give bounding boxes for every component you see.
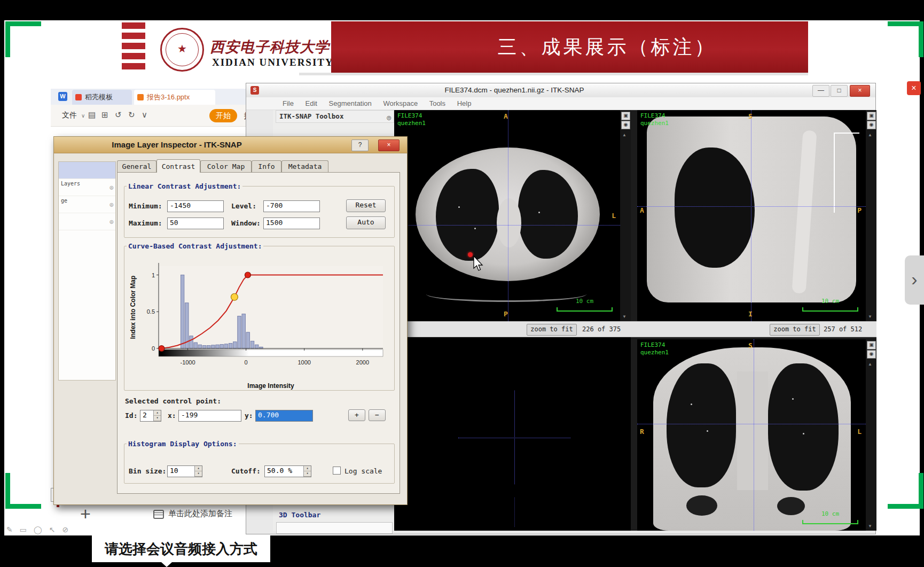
menu-file[interactable]: File: [283, 99, 294, 107]
tab-color-map[interactable]: Color Map: [200, 160, 252, 172]
x-input[interactable]: -199: [178, 410, 241, 422]
close-button[interactable]: ×: [850, 85, 870, 97]
maximum-input[interactable]: 50: [167, 218, 224, 229]
level-input[interactable]: -700: [263, 200, 320, 212]
tab-metadata[interactable]: Metadata: [281, 160, 328, 172]
spin-down-icon[interactable]: ▾: [304, 471, 311, 477]
tab-docer-template[interactable]: 稻壳模板: [72, 90, 132, 105]
redo-icon[interactable]: ↻: [128, 110, 135, 120]
id-spinner[interactable]: 2 ▴▾: [140, 410, 161, 422]
scroll-up-icon[interactable]: ▲: [622, 133, 627, 137]
spin-up-icon[interactable]: ▴: [154, 410, 161, 416]
minimize-button[interactable]: —: [812, 85, 829, 97]
spin-down-icon[interactable]: ▾: [195, 471, 202, 477]
tab-general[interactable]: General: [117, 160, 156, 172]
spin-up-icon[interactable]: ▴: [195, 466, 202, 471]
help-button[interactable]: ?: [351, 139, 369, 151]
scale-label: 10 cm: [802, 510, 858, 517]
vessel-dot: [458, 206, 460, 208]
wps-app-icon[interactable]: W: [58, 92, 67, 101]
pencil-icon[interactable]: ✎: [6, 525, 13, 534]
next-panel-chevron[interactable]: ›: [905, 255, 924, 305]
layout-icon[interactable]: ▣: [867, 341, 876, 349]
layer-list[interactable]: Layers ◎ ge ◎ ◎: [58, 161, 116, 380]
minimum-input[interactable]: -1450: [167, 200, 224, 212]
scroll-up-icon[interactable]: ▲: [868, 362, 872, 367]
cutoff-spinner[interactable]: 50.0 % ▴▾: [264, 465, 311, 477]
zoom-to-fit-button[interactable]: zoom to fit: [527, 324, 577, 336]
ellipse-icon[interactable]: ◯: [34, 525, 42, 534]
scroll-down-icon[interactable]: ▼: [868, 314, 872, 319]
svg-text:2000: 2000: [356, 359, 369, 366]
zoom-to-fit-button[interactable]: zoom to fit: [770, 324, 820, 336]
new-slide-button[interactable]: +: [80, 503, 91, 524]
layer-radio-icon[interactable]: ◎: [109, 218, 113, 225]
auto-button[interactable]: Auto: [346, 216, 386, 229]
camera-icon[interactable]: ◉: [867, 121, 876, 129]
pointer-icon[interactable]: ↖: [49, 525, 56, 534]
menu-segmentation[interactable]: Segmentation: [329, 99, 372, 107]
window-input[interactable]: 1500: [263, 218, 320, 229]
tab-contrast[interactable]: Contrast: [156, 159, 200, 173]
spinner-arrows[interactable]: ▴▾: [153, 410, 161, 421]
sagittal-view[interactable]: FILE374 quezhen1 S A P I 10 cm: [637, 110, 866, 321]
maximize-button[interactable]: □: [831, 85, 848, 97]
scroll-down-icon[interactable]: ▼: [868, 524, 872, 529]
add-control-point-button[interactable]: +: [348, 409, 365, 421]
camera-icon[interactable]: ◉: [867, 350, 876, 359]
axial-view[interactable]: FILE374 quezhen1 A L P 10 cm: [394, 110, 620, 321]
add-notes-area[interactable]: 单击此处添加备注: [153, 509, 232, 521]
menu-edit[interactable]: Edit: [306, 99, 317, 107]
menu-workspace[interactable]: Workspace: [383, 99, 418, 107]
bin-size-value: 10: [170, 467, 178, 475]
layout-icon[interactable]: ▣: [621, 112, 630, 120]
coronal-view[interactable]: FILE374 quezhen1 S R L 10 cm: [637, 339, 866, 531]
log-scale-checkbox[interactable]: [333, 467, 341, 475]
audio-prompt-tooltip[interactable]: 请选择会议音频接入方式: [92, 535, 270, 562]
vessel-dot: [803, 433, 804, 434]
menu-help[interactable]: Help: [457, 99, 472, 107]
bin-size-spinner[interactable]: 10 ▴▾: [167, 465, 202, 477]
spin-up-icon[interactable]: ▴: [304, 466, 311, 471]
close-button[interactable]: ×: [378, 139, 400, 151]
screen-close-button[interactable]: ×: [907, 81, 921, 95]
id-label: Id:: [125, 411, 137, 420]
undo-icon[interactable]: ↺: [115, 110, 122, 120]
crosshair-tool-icon[interactable]: ◎: [387, 112, 391, 123]
layer-row[interactable]: Layers ◎: [59, 179, 115, 196]
reset-button[interactable]: Reset: [346, 199, 386, 212]
render-3d-view[interactable]: [394, 337, 631, 531]
remove-control-point-button[interactable]: −: [369, 409, 386, 421]
scroll-up-icon[interactable]: ▲: [868, 133, 872, 137]
more-icon[interactable]: ∨: [142, 110, 147, 120]
tab-presentation-file[interactable]: 报告3-16.pptx: [134, 90, 215, 105]
rectangle-icon[interactable]: ▭: [20, 525, 27, 534]
contrast-histogram-chart[interactable]: -100001000200000.51Image IntensityIndex …: [128, 258, 389, 391]
layer-row[interactable]: ◎: [59, 213, 115, 230]
eraser-icon[interactable]: ⊘: [62, 525, 68, 534]
camera-icon[interactable]: ◉: [621, 121, 630, 129]
svg-text:0.5: 0.5: [147, 308, 155, 315]
print-icon[interactable]: ⊞: [101, 110, 108, 120]
menu-tools[interactable]: Tools: [429, 99, 445, 107]
spin-down-icon[interactable]: ▾: [154, 416, 161, 421]
menubar: File Edit Segmentation Workspace Tools H…: [246, 97, 875, 110]
university-name-en: XIDIAN UNIVERSITY: [212, 57, 334, 68]
toolbar-3d-panel: [276, 522, 393, 534]
save-icon[interactable]: ▤: [88, 110, 96, 120]
spinner-arrows[interactable]: ▴▾: [303, 466, 311, 477]
spinner-arrows[interactable]: ▴▾: [194, 466, 202, 477]
layer-radio-icon[interactable]: ◎: [109, 184, 113, 191]
layer-radio-icon[interactable]: ◎: [109, 201, 113, 208]
file-menu[interactable]: 文件 ∨: [62, 111, 85, 120]
layout-icon[interactable]: ▣: [867, 112, 876, 120]
tab-info[interactable]: Info: [252, 160, 281, 172]
window-titlebar[interactable]: S FILE374.dcm - quezhen1.nii.gz - ITK-SN…: [246, 83, 875, 98]
tab-start[interactable]: 开始: [209, 109, 237, 122]
layer-row-selected[interactable]: [59, 162, 115, 179]
view-status-strip: zoom to fit 226 of 375 zoom to fit 257 o…: [394, 321, 876, 337]
scroll-down-icon[interactable]: ▼: [622, 314, 627, 319]
layer-row[interactable]: ge ◎: [59, 196, 115, 213]
dialog-titlebar[interactable]: Image Layer Inspector - ITK-SNAP ? ×: [54, 137, 407, 153]
y-input[interactable]: 0.700: [255, 410, 313, 422]
